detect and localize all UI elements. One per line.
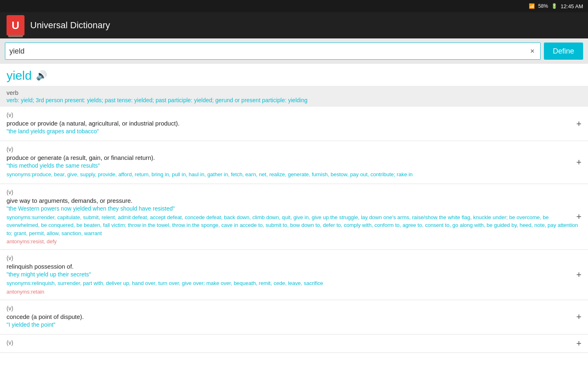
- app-title: Universal Dictionary: [30, 20, 110, 31]
- app-logo: U: [7, 15, 24, 36]
- expand-definition-button[interactable]: +: [576, 119, 581, 129]
- battery-status: 58%: [538, 3, 548, 9]
- expand-definition-button[interactable]: +: [576, 338, 581, 349]
- definition-item: (v)relinquish possession of."they might …: [0, 250, 588, 300]
- definition-item: (v)give way to arguments, demands, or pr…: [0, 184, 588, 250]
- expand-definition-button[interactable]: +: [576, 157, 581, 168]
- def-antonyms: antonyms:retain: [7, 289, 581, 295]
- def-text: relinquish possession of.: [7, 263, 581, 270]
- def-synonyms: synonyms:produce, bear, give, supply, pr…: [7, 171, 581, 179]
- def-example: "I yielded the point": [7, 321, 581, 328]
- definitions-list: (v)produce or provide (a natural, agricu…: [0, 107, 588, 353]
- def-text: give way to arguments, demands, or press…: [7, 197, 581, 204]
- def-antonyms: antonyms:resist, defy: [7, 238, 581, 245]
- def-example: "the Western powers now yielded when the…: [7, 205, 581, 212]
- def-pos: (v): [7, 112, 581, 118]
- def-pos: (v): [7, 146, 581, 153]
- pos-label: verb: [7, 89, 581, 96]
- def-synonyms: synonyms:relinquish, surrender, part wit…: [7, 279, 581, 287]
- clear-button[interactable]: ×: [528, 47, 536, 56]
- pos-forms: verb: yield; 3rd person present: yields;…: [7, 97, 581, 103]
- battery-icon: 🔋: [551, 3, 557, 9]
- definition-item: (v)produce or provide (a natural, agricu…: [0, 107, 588, 141]
- speaker-icon[interactable]: 🔊: [36, 70, 47, 81]
- def-pos: (v): [7, 305, 581, 312]
- app-bar: U Universal Dictionary: [0, 12, 588, 38]
- search-input[interactable]: [9, 47, 528, 56]
- word-header: yield 🔊: [0, 64, 588, 86]
- definition-item: (v)concede (a point of dispute)."I yield…: [0, 300, 588, 334]
- def-pos: (v): [7, 339, 581, 346]
- expand-definition-button[interactable]: +: [576, 312, 581, 322]
- status-time: 12:45 AM: [561, 3, 583, 9]
- def-example: "this method yields the same results": [7, 162, 581, 169]
- word-title: yield: [7, 69, 32, 83]
- definition-item: (v)+: [0, 334, 588, 353]
- def-text: produce or provide (a natural, agricultu…: [7, 120, 581, 127]
- expand-definition-button[interactable]: +: [576, 269, 581, 280]
- def-text: produce or generate (a result, gain, or …: [7, 154, 581, 161]
- define-button[interactable]: Define: [544, 43, 583, 60]
- def-pos: (v): [7, 255, 581, 261]
- status-bar: 📶 58% 🔋 12:45 AM: [0, 0, 588, 12]
- search-bar: × Define: [0, 38, 588, 64]
- def-text: concede (a point of dispute).: [7, 313, 581, 320]
- def-example: "they might yield up their secrets": [7, 271, 581, 278]
- definition-item: (v)produce or generate (a result, gain, …: [0, 141, 588, 184]
- content-area: yield 🔊 verb verb: yield; 3rd person pre…: [0, 64, 588, 368]
- def-example: "the land yields grapes and tobacco": [7, 128, 581, 135]
- expand-definition-button[interactable]: +: [576, 211, 581, 222]
- wifi-icon: 📶: [529, 3, 535, 9]
- def-pos: (v): [7, 189, 581, 195]
- def-synonyms: synonyms:surrender, capitulate, submit, …: [7, 213, 581, 238]
- pos-section: verb verb: yield; 3rd person present: yi…: [0, 86, 588, 107]
- search-input-wrapper: ×: [5, 43, 541, 60]
